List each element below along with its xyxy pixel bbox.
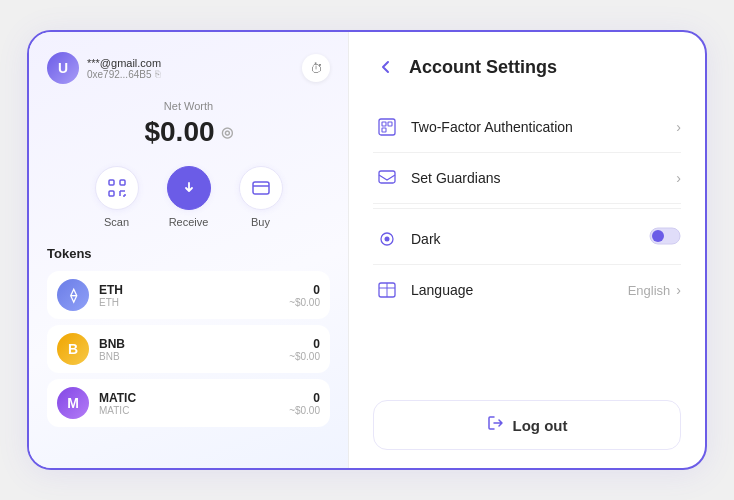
net-worth-value: $0.00 ◎ [47, 116, 330, 148]
svg-rect-0 [109, 180, 114, 185]
language-label: Language [411, 282, 628, 298]
receive-button[interactable]: Receive [167, 166, 211, 228]
divider-1 [373, 208, 681, 209]
dark-icon [373, 228, 401, 250]
account-text: ***@gmail.com 0xe792...64B5 ⎘ [87, 57, 161, 80]
settings-items: Two-Factor Authentication › Set Guardian… [373, 102, 681, 315]
settings-item-dark[interactable]: Dark [373, 213, 681, 265]
eth-info: ETH ETH [99, 283, 123, 308]
svg-rect-8 [253, 182, 269, 194]
2fa-label: Two-Factor Authentication [411, 119, 676, 135]
eth-usd: ~$0.00 [289, 297, 320, 308]
bnb-balance: 0 [289, 337, 320, 351]
back-button[interactable] [373, 54, 399, 80]
language-right: English › [628, 282, 681, 298]
scan-icon [95, 166, 139, 210]
copy-icon[interactable]: ⎘ [155, 69, 160, 79]
eth-balance: 0 [289, 283, 320, 297]
settings-item-guardians[interactable]: Set Guardians › [373, 153, 681, 204]
eth-symbol: ETH [99, 297, 123, 308]
net-worth-label: Net Worth [47, 100, 330, 112]
language-icon [373, 279, 401, 301]
bnb-icon: B [57, 333, 89, 365]
account-email: ***@gmail.com [87, 57, 161, 69]
guardians-icon [373, 167, 401, 189]
token-list: ⟠ ETH ETH 0 ~$0.00 B BNB BNB [47, 271, 330, 427]
buy-button[interactable]: Buy [239, 166, 283, 228]
svg-point-16 [385, 236, 390, 241]
2fa-icon [373, 116, 401, 138]
receive-label: Receive [169, 216, 209, 228]
eth-name: ETH [99, 283, 123, 297]
guardians-chevron: › [676, 170, 681, 186]
account-address: 0xe792...64B5 ⎘ [87, 69, 161, 80]
matic-usd: ~$0.00 [289, 405, 320, 416]
svg-rect-12 [388, 122, 392, 126]
2fa-right: › [676, 119, 681, 135]
bnb-usd: ~$0.00 [289, 351, 320, 362]
settings-item-language[interactable]: Language English › [373, 265, 681, 315]
bnb-amounts: 0 ~$0.00 [289, 337, 320, 362]
language-value: English [628, 283, 671, 298]
settings-title: Account Settings [409, 57, 557, 78]
eth-icon: ⟠ [57, 279, 89, 311]
buy-icon [239, 166, 283, 210]
account-header: U ***@gmail.com 0xe792...64B5 ⎘ ⏱ [47, 52, 330, 84]
bnb-name: BNB [99, 337, 125, 351]
2fa-chevron: › [676, 119, 681, 135]
settings-header: Account Settings [373, 54, 681, 80]
tokens-section: Tokens ⟠ ETH ETH 0 ~$0.00 B BNB [47, 246, 330, 450]
language-chevron: › [676, 282, 681, 298]
eye-icon[interactable]: ◎ [221, 124, 233, 140]
matic-balance: 0 [289, 391, 320, 405]
buy-label: Buy [251, 216, 270, 228]
action-buttons: Scan Receive Buy [47, 166, 330, 228]
settings-item-2fa[interactable]: Two-Factor Authentication › [373, 102, 681, 153]
scan-label: Scan [104, 216, 129, 228]
svg-point-18 [652, 230, 664, 242]
guardians-label: Set Guardians [411, 170, 676, 186]
guardians-right: › [676, 170, 681, 186]
dark-label: Dark [411, 231, 649, 247]
dark-toggle[interactable] [649, 227, 681, 250]
svg-rect-10 [379, 119, 395, 135]
account-info: U ***@gmail.com 0xe792...64B5 ⎘ [47, 52, 161, 84]
matic-info: MATIC MATIC [99, 391, 136, 416]
dark-right [649, 227, 681, 250]
svg-rect-13 [382, 128, 386, 132]
token-item-eth[interactable]: ⟠ ETH ETH 0 ~$0.00 [47, 271, 330, 319]
main-card: U ***@gmail.com 0xe792...64B5 ⎘ ⏱ Net Wo… [27, 30, 707, 470]
clock-icon-button[interactable]: ⏱ [302, 54, 330, 82]
logout-button[interactable]: Log out [373, 400, 681, 450]
scan-button[interactable]: Scan [95, 166, 139, 228]
bnb-symbol: BNB [99, 351, 125, 362]
receive-icon [167, 166, 211, 210]
logout-icon [487, 414, 505, 436]
right-panel: Account Settings Two-Factor Authenticati… [349, 32, 705, 468]
net-worth-section: Net Worth $0.00 ◎ [47, 100, 330, 148]
avatar: U [47, 52, 79, 84]
token-item-matic[interactable]: M MATIC MATIC 0 ~$0.00 [47, 379, 330, 427]
svg-rect-2 [109, 191, 114, 196]
svg-rect-1 [120, 180, 125, 185]
tokens-title: Tokens [47, 246, 330, 261]
svg-rect-11 [382, 122, 386, 126]
matic-amounts: 0 ~$0.00 [289, 391, 320, 416]
bnb-info: BNB BNB [99, 337, 125, 362]
token-item-bnb[interactable]: B BNB BNB 0 ~$0.00 [47, 325, 330, 373]
left-panel: U ***@gmail.com 0xe792...64B5 ⎘ ⏱ Net Wo… [29, 32, 349, 468]
matic-icon: M [57, 387, 89, 419]
logout-label: Log out [513, 417, 568, 434]
matic-name: MATIC [99, 391, 136, 405]
matic-symbol: MATIC [99, 405, 136, 416]
eth-amounts: 0 ~$0.00 [289, 283, 320, 308]
